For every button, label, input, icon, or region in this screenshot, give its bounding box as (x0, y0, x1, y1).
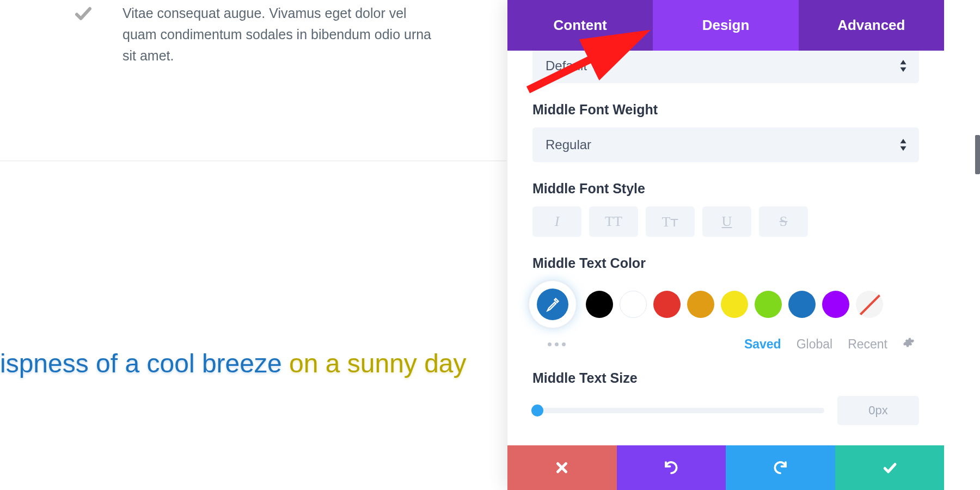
color-picker-button[interactable] (529, 281, 576, 328)
slider-thumb[interactable] (531, 405, 543, 416)
page-gutter (944, 0, 980, 490)
list-item: Vitae consequat augue. Vivamus eget dolo… (74, 3, 438, 66)
swatch-yellow[interactable] (721, 291, 748, 318)
color-tab-recent[interactable]: Recent (848, 337, 887, 352)
panel-tabs: Content Design Advanced (507, 0, 944, 51)
settings-panel: Content Design Advanced Default Middle F… (507, 0, 944, 490)
swatch-orange[interactable] (687, 291, 714, 318)
tab-content[interactable]: Content (507, 0, 653, 51)
text-size-slider[interactable] (532, 408, 824, 413)
color-settings-button[interactable] (903, 336, 915, 352)
color-tab-saved[interactable]: Saved (744, 337, 781, 352)
text-size-input[interactable]: 0px (837, 396, 919, 425)
text-size-label: Middle Text Size (532, 370, 919, 386)
text-preview: ispness of a cool breeze on a sunny day (0, 348, 467, 378)
smallcaps-button[interactable]: Tᴛ (646, 206, 695, 237)
font-weight-label: Middle Font Weight (532, 102, 919, 118)
swatch-purple[interactable] (822, 291, 849, 318)
color-tab-global[interactable]: Global (797, 337, 832, 352)
uppercase-button[interactable]: TT (589, 206, 638, 237)
swatch-red[interactable] (653, 291, 681, 318)
check-icon (881, 460, 898, 476)
preview-text-yellow: on a sunny day (282, 349, 467, 378)
redo-button[interactable] (726, 445, 835, 490)
swatch-blue[interactable] (788, 291, 816, 318)
strikethrough-button[interactable]: S (759, 206, 808, 237)
check-icon (74, 4, 95, 26)
top-dropdown[interactable]: Default (532, 51, 919, 83)
eyedropper-icon (545, 297, 560, 312)
sort-arrows-icon (899, 60, 907, 72)
undo-icon (663, 460, 679, 476)
close-button[interactable] (507, 445, 617, 490)
confirm-button[interactable] (835, 445, 945, 490)
underline-button[interactable]: U (702, 206, 751, 237)
undo-button[interactable] (617, 445, 726, 490)
font-style-label: Middle Font Style (532, 181, 919, 197)
canvas-preview: Vitae consequat augue. Vivamus eget dolo… (0, 0, 506, 490)
italic-button[interactable]: I (532, 206, 581, 237)
more-dots-icon[interactable] (548, 342, 566, 346)
gear-icon (903, 336, 915, 348)
panel-footer (507, 445, 944, 490)
swatch-green[interactable] (755, 291, 782, 318)
top-dropdown-value: Default (546, 58, 587, 74)
swatch-white[interactable] (620, 291, 647, 318)
font-weight-dropdown[interactable]: Regular (532, 127, 919, 162)
swatch-none[interactable] (856, 291, 883, 318)
swatch-black[interactable] (586, 291, 613, 318)
preview-text-blue: ispness of a cool breeze (0, 349, 282, 378)
tab-advanced[interactable]: Advanced (799, 0, 944, 51)
list-text: Vitae consequat augue. Vivamus eget dolo… (122, 3, 438, 66)
section-divider (0, 161, 506, 161)
font-weight-value: Regular (546, 137, 591, 152)
close-icon (554, 460, 570, 476)
tab-design[interactable]: Design (653, 0, 798, 51)
redo-icon (772, 460, 788, 476)
sort-arrows-icon (899, 139, 907, 151)
scrollbar-thumb[interactable] (975, 135, 980, 174)
text-color-label: Middle Text Color (532, 255, 919, 271)
